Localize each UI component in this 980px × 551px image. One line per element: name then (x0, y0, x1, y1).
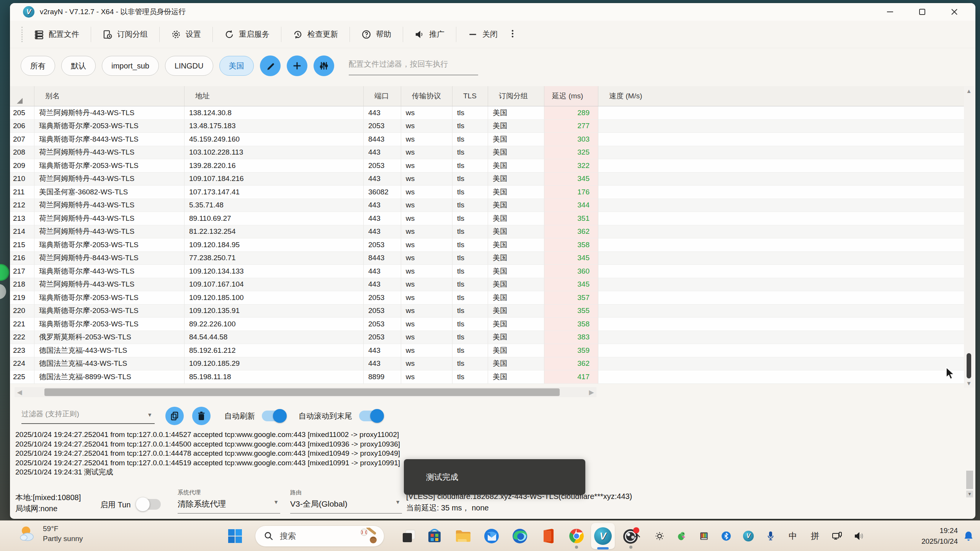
edge-button[interactable] (510, 526, 530, 546)
menu-profiles[interactable]: 配置文件 (31, 29, 82, 39)
table-row[interactable]: 221瑞典斯德哥尔摩-2053-WS-TLS89.22.226.1002053w… (10, 318, 964, 331)
weather-widget[interactable]: 59°F Partly sunny (18, 524, 83, 544)
menu-help[interactable]: 帮助 (358, 29, 394, 39)
cell-address: 13.48.175.183 (185, 120, 364, 133)
tray-microphone[interactable] (765, 530, 776, 542)
more-menu-button[interactable] (508, 29, 518, 40)
log-scroll-thumb[interactable] (966, 471, 973, 489)
header-port[interactable]: 端口 (364, 86, 401, 106)
chrome-button[interactable] (567, 526, 586, 546)
menu-restart-service[interactable]: 重启服务 (221, 29, 273, 39)
table-row[interactable]: 208荷兰阿姆斯特丹-443-WS-TLS103.102.228.113443w… (10, 146, 964, 160)
menu-check-update[interactable]: 检查更新 (290, 29, 341, 39)
tab-lingdu[interactable]: LINGDU (165, 56, 213, 76)
minimize-button[interactable] (879, 5, 901, 19)
table-row[interactable]: 207瑞典斯德哥尔摩-8443-WS-TLS45.159.249.1608443… (10, 133, 964, 146)
header-address[interactable]: 地址 (185, 86, 364, 106)
cell-speed (598, 186, 964, 199)
task-view-button[interactable] (399, 526, 419, 546)
tray-volume[interactable] (854, 530, 865, 542)
thunderbird-button[interactable] (482, 526, 501, 546)
tray-v2rayn[interactable]: V (743, 530, 754, 542)
add-group-button[interactable] (287, 55, 307, 76)
menu-promote[interactable]: 推广 (412, 29, 448, 39)
header-select-all[interactable] (10, 86, 34, 106)
scroll-right-arrow[interactable]: ▶ (586, 388, 596, 396)
table-vertical-scrollbar[interactable]: ▲ ▼ (964, 86, 974, 388)
table-row[interactable]: 219瑞典斯德哥尔摩-2053-WS-TLS109.120.185.100205… (10, 291, 964, 305)
tab-import-sub[interactable]: import_sub (102, 56, 159, 76)
tray-ime-scheme[interactable]: 拼 (809, 530, 821, 542)
task-view-icon (401, 528, 416, 544)
table-horizontal-scrollbar[interactable]: ◀ ▶ (15, 387, 596, 397)
edit-group-button[interactable] (260, 55, 281, 76)
tab-usa-selected[interactable]: 美国 (219, 56, 254, 76)
microsoft-store-button[interactable] (425, 526, 444, 546)
tray-bluetooth[interactable] (720, 530, 732, 542)
menu-close[interactable]: 关闭 (465, 29, 501, 39)
copy-log-button[interactable] (165, 407, 184, 425)
menu-subscriptions[interactable]: 订阅分组 (100, 29, 151, 39)
auto-scroll-toggle[interactable] (359, 411, 383, 421)
table-row[interactable]: 220瑞典斯德哥尔摩-2053-WS-TLS109.120.135.912053… (10, 305, 964, 318)
sort-groups-button[interactable] (314, 55, 334, 76)
tab-default[interactable]: 默认 (61, 56, 96, 76)
cell-index: 207 (10, 133, 34, 146)
tun-toggle[interactable] (137, 499, 161, 510)
auto-refresh-toggle[interactable] (262, 411, 286, 421)
taskbar-clock[interactable]: 19:24 2025/10/24 (921, 525, 958, 547)
tray-chevron-up[interactable] (632, 530, 643, 542)
system-proxy-dropdown[interactable]: 系统代理 清除系统代理 ▼ (178, 489, 280, 514)
header-delay[interactable]: 延迟 (ms) (544, 86, 598, 106)
table-row[interactable]: 210荷兰阿姆斯特丹-443-WS-TLS109.107.184.216443w… (10, 173, 964, 186)
table-row[interactable]: 214荷兰阿姆斯特丹-443-WS-TLS81.22.132.254443wst… (10, 225, 964, 239)
table-row[interactable]: 224德国法兰克福-443-WS-TLS109.120.185.29443wst… (10, 357, 964, 371)
table-row[interactable]: 222俄罗斯莫斯科-2053-WS-TLS84.54.44.582053wstl… (10, 331, 964, 344)
notification-center-button[interactable] (963, 531, 974, 544)
tray-brightness[interactable] (654, 530, 665, 542)
clear-log-button[interactable] (192, 407, 211, 425)
scroll-up-arrow[interactable]: ▲ (964, 86, 974, 95)
header-speed[interactable]: 速度 (M/s) (598, 86, 964, 106)
office-button[interactable] (538, 526, 558, 546)
scroll-left-arrow[interactable]: ◀ (15, 388, 24, 396)
clock-date: 2025/10/24 (921, 536, 958, 547)
server-table-header: 别名 地址 端口 传输协议 TLS 订阅分组 延迟 (ms) 速度 (M/s) (10, 86, 964, 106)
log-filter-dropdown[interactable]: 过滤器 (支持正则) ▼ (21, 406, 155, 425)
header-group[interactable]: 订阅分组 (488, 86, 544, 106)
scroll-down-arrow[interactable]: ▼ (964, 378, 974, 388)
header-protocol[interactable]: 传输协议 (401, 86, 452, 106)
tray-cast-device[interactable] (831, 530, 843, 542)
table-row[interactable]: 211美国圣何塞-36082-WS-TLS107.173.147.4136082… (10, 186, 964, 199)
maximize-button[interactable] (911, 5, 933, 19)
start-button[interactable] (227, 528, 243, 544)
horizontal-scroll-thumb[interactable] (44, 388, 560, 396)
table-row[interactable]: 223德国法兰克福-443-WS-TLS85.192.61.212443wstl… (10, 344, 964, 357)
vertical-scroll-thumb[interactable] (967, 353, 971, 378)
close-button[interactable] (943, 5, 965, 19)
table-row[interactable]: 216荷兰阿姆斯特丹-8443-WS-TLS77.238.250.718443w… (10, 252, 964, 265)
profile-filter-input[interactable]: 配置文件过滤器，按回车执行 (349, 55, 478, 76)
table-row[interactable]: 206瑞典斯德哥尔摩-2053-WS-TLS13.48.175.1832053w… (10, 120, 964, 133)
taskbar-search[interactable]: 搜索 (255, 525, 384, 547)
header-tls[interactable]: TLS (452, 86, 488, 106)
file-explorer-button[interactable] (453, 526, 473, 546)
table-row[interactable]: 209瑞典斯德哥尔摩-2053-WS-TLS139.28.220.162053w… (10, 159, 964, 173)
table-row[interactable]: 218荷兰阿姆斯特丹-443-WS-TLS109.107.167.104443w… (10, 278, 964, 292)
menu-settings[interactable]: 设置 (168, 29, 204, 39)
tray-color-grid-app[interactable] (698, 530, 710, 542)
header-alias[interactable]: 别名 (34, 86, 185, 106)
table-row[interactable]: 225德国法兰克福-8899-WS-TLS85.198.11.188899wst… (10, 370, 964, 384)
tray-ime-lang[interactable]: 中 (787, 530, 799, 542)
cell-delay: 417 (544, 370, 598, 384)
tab-all[interactable]: 所有 (21, 56, 55, 76)
table-row[interactable]: 205荷兰阿姆斯特丹-443-WS-TLS138.124.30.8443wstl… (10, 106, 964, 120)
tray-parrot-app[interactable] (676, 530, 688, 542)
routing-dropdown[interactable]: 路由 V3-全局(Global) ▼ (290, 489, 402, 514)
table-row[interactable]: 212荷兰阿姆斯特丹-443-WS-TLS5.35.71.48443wstls美… (10, 199, 964, 212)
v2rayn-taskbar-button[interactable]: V (593, 526, 613, 546)
table-row[interactable]: 215瑞典斯德哥尔摩-2053-WS-TLS109.120.184.952053… (10, 238, 964, 252)
table-row[interactable]: 213荷兰阿姆斯特丹-443-WS-TLS89.110.69.27443wstl… (10, 212, 964, 225)
table-row[interactable]: 217瑞典斯德哥尔摩-443-WS-TLS109.120.134.133443w… (10, 265, 964, 278)
horizontal-scroll-track[interactable] (24, 387, 586, 397)
